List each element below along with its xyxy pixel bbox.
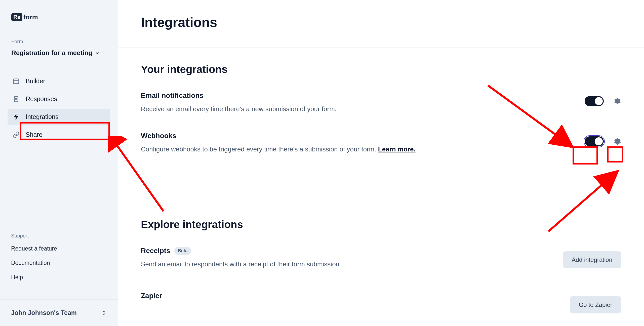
integration-desc-text: Configure webhooks to be triggered every… — [141, 145, 378, 153]
sidebar-item-label: Integrations — [26, 113, 59, 120]
form-name: Registration for a meeting — [11, 49, 92, 57]
sidebar-item-share[interactable]: Share — [8, 127, 110, 143]
sidebar: Re form Form Registration for a meeting … — [0, 0, 118, 326]
sidebar-item-responses[interactable]: Responses — [8, 91, 110, 107]
add-integration-button[interactable]: Add integration — [563, 251, 621, 268]
logo-badge: Re — [11, 13, 22, 21]
support-link-documentation[interactable]: Documentation — [11, 260, 107, 266]
explore-integrations-title: Explore integrations — [141, 168, 621, 243]
beta-badge: Beta — [174, 247, 191, 255]
integration-desc: Configure webhooks to be triggered every… — [141, 144, 416, 154]
integration-title: Email notifications — [141, 92, 337, 100]
sidebar-item-label: Builder — [26, 77, 45, 85]
your-integrations-title: Your integrations — [141, 48, 621, 88]
team-switcher[interactable]: John Johnson's Team — [0, 299, 118, 326]
sidebar-item-label: Responses — [26, 95, 57, 103]
responses-icon — [13, 96, 20, 103]
form-switcher[interactable]: Registration for a meeting — [11, 49, 100, 57]
integrations-icon — [13, 113, 20, 120]
support-link-help[interactable]: Help — [11, 274, 107, 281]
integration-title: Receipts — [141, 247, 170, 255]
integration-email-notifications: Email notifications Receive an email eve… — [141, 88, 621, 128]
learn-more-link[interactable]: Learn more. — [378, 145, 416, 153]
toggle-email-notifications[interactable] — [585, 96, 604, 106]
go-to-zapier-button[interactable]: Go to Zapier — [570, 296, 621, 313]
logo-text: form — [23, 13, 38, 21]
support-label: Support — [11, 233, 107, 239]
page-title: Integrations — [118, 0, 644, 48]
support-link-request-feature[interactable]: Request a feature — [11, 245, 107, 252]
integration-title: Zapier — [141, 292, 162, 300]
builder-icon — [13, 78, 20, 85]
integration-zapier: Zapier Go to Zapier — [141, 277, 621, 321]
share-icon — [13, 131, 20, 138]
form-label: Form — [11, 39, 118, 45]
logo[interactable]: Re form — [11, 13, 118, 21]
sidebar-nav: Builder Responses Integrations Share — [0, 73, 118, 144]
toggle-webhooks[interactable] — [585, 136, 604, 146]
gear-icon[interactable] — [612, 97, 621, 105]
sidebar-item-integrations[interactable]: Integrations — [8, 109, 110, 125]
gear-icon[interactable] — [612, 137, 621, 146]
sidebar-item-builder[interactable]: Builder — [8, 73, 110, 89]
sidebar-item-label: Share — [26, 131, 43, 138]
team-name: John Johnson's Team — [11, 309, 77, 316]
support-section: Support Request a feature Documentation … — [0, 233, 118, 299]
chevron-updown-icon — [101, 310, 107, 316]
integration-title: Webhooks — [141, 132, 416, 140]
integration-desc: Send an email to respondents with a rece… — [141, 259, 341, 269]
svg-rect-0 — [14, 79, 19, 84]
integration-receipts: Receipts Beta Send an email to responden… — [141, 243, 621, 277]
chevron-down-icon — [95, 51, 100, 56]
integration-desc: Receive an email every time there's a ne… — [141, 104, 337, 114]
main-content: Integrations Your integrations Email not… — [118, 0, 644, 326]
integration-webhooks: Webhooks Configure webhooks to be trigge… — [141, 128, 621, 168]
